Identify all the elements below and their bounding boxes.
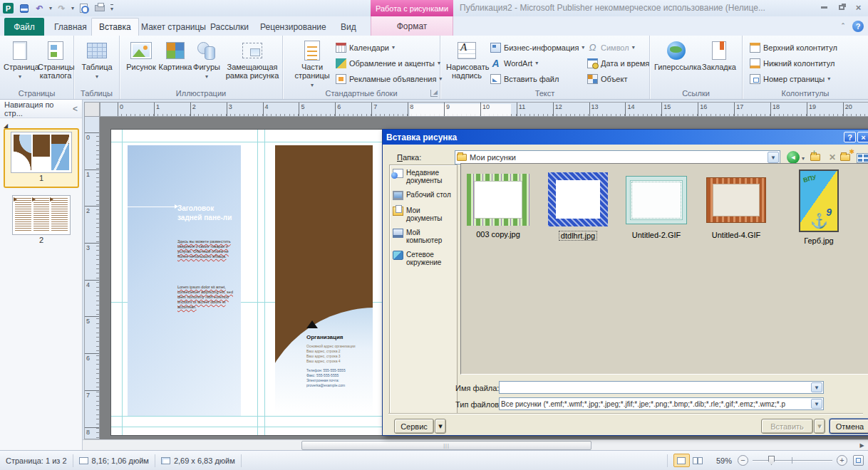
- object-icon: [587, 74, 598, 84]
- horizontal-scrollbar[interactable]: ||| ▶: [83, 439, 868, 450]
- undo-caret-icon[interactable]: ▾: [49, 6, 52, 11]
- combo-dropdown-icon[interactable]: ▼: [811, 382, 822, 392]
- tab-format[interactable]: Формат: [371, 16, 453, 36]
- tab-page-design[interactable]: Макет страницы: [134, 18, 213, 36]
- cancel-button[interactable]: Отмена: [830, 419, 868, 434]
- collapse-ribbon-icon[interactable]: ⌃: [838, 22, 848, 31]
- tab-mailings[interactable]: Рассылки: [203, 18, 256, 36]
- page-number-button[interactable]: Номер страницы▾: [750, 72, 830, 86]
- clipart-button[interactable]: Картинка: [158, 38, 192, 71]
- zoom-out-button[interactable]: −: [738, 455, 748, 466]
- print-preview-button[interactable]: [78, 2, 90, 14]
- business-info-button[interactable]: Бизнес-информация▾: [490, 41, 584, 55]
- hyperlink-button[interactable]: Гиперссылка: [654, 38, 698, 71]
- back-icon[interactable]: ◄: [787, 151, 800, 164]
- up-one-level-icon[interactable]: ↑: [810, 151, 823, 164]
- table-button[interactable]: Таблица▾: [80, 38, 114, 80]
- zoom-in-button[interactable]: +: [837, 455, 847, 466]
- tab-view[interactable]: Вид: [334, 18, 363, 36]
- collapse-pane-icon[interactable]: <: [73, 104, 78, 114]
- file-item-selected[interactable]: dtdlhrt.jpg: [541, 172, 615, 241]
- insert-file-button[interactable]: Вставить файл: [490, 72, 559, 86]
- place-recent-documents[interactable]: Недавние документы: [390, 165, 457, 187]
- combo-dropdown-icon[interactable]: ▼: [768, 152, 779, 163]
- zoom-level[interactable]: 59%: [716, 456, 732, 465]
- customize-qat-button[interactable]: ▾: [110, 4, 113, 12]
- page-parts-button[interactable]: Части страницы▾: [293, 38, 331, 88]
- page-thumbnail-1[interactable]: 1: [4, 128, 79, 188]
- scrollbar-thumb[interactable]: |||: [301, 441, 591, 450]
- advertisements-button[interactable]: Рекламные объявления▾: [336, 72, 442, 86]
- minimize-button[interactable]: [819, 3, 830, 11]
- dialog-help-button[interactable]: ?: [844, 132, 856, 142]
- restore-button[interactable]: [836, 3, 847, 11]
- file-list[interactable]: 003 copy.jpg dtdlhrt.jpg Untitled-2.GIF …: [460, 163, 868, 375]
- title-bar: P ↶▾ ↷▾ ▾ Работа с рисунками Публикация2…: [0, 0, 868, 16]
- vertical-ruler[interactable]: 012345678: [84, 117, 100, 439]
- tab-home[interactable]: Главная: [47, 18, 94, 36]
- object-button[interactable]: Объект: [587, 72, 627, 86]
- filetype-label: Тип файлов:: [455, 400, 501, 409]
- zoom-slider[interactable]: [753, 455, 832, 466]
- file-thumbnail-emblem: ВПУ ⚓ 9: [799, 169, 839, 232]
- print-button[interactable]: [93, 2, 105, 14]
- my-computer-icon: [393, 229, 403, 238]
- place-desktop[interactable]: Рабочий стол: [390, 187, 457, 203]
- network-icon: [393, 251, 403, 260]
- combo-dropdown-icon[interactable]: ▼: [811, 399, 822, 409]
- bookmark-button[interactable]: Закладка: [700, 38, 738, 71]
- scroll-right-icon[interactable]: ▶: [857, 441, 867, 450]
- close-button[interactable]: ×: [853, 3, 864, 11]
- file-item[interactable]: Untitled-2.GIF: [619, 177, 693, 239]
- place-network[interactable]: Сетевое окружение: [390, 247, 457, 269]
- help-icon[interactable]: ?: [852, 21, 864, 32]
- page-button[interactable]: Страница▾: [4, 38, 36, 80]
- dialog-title-bar[interactable]: Вставка рисунка ? ×: [383, 130, 868, 145]
- back-caret-icon[interactable]: ▾: [802, 156, 805, 162]
- brochure-front-panel[interactable]: Организация Основной адрес организации В…: [275, 145, 373, 416]
- borders-accents-button[interactable]: Обрамление и акценты▾: [336, 56, 440, 70]
- wordart-button[interactable]: AWordArt▾: [490, 56, 538, 70]
- catalog-pages-button[interactable]: Страницы каталога: [38, 38, 73, 80]
- tab-file[interactable]: Файл: [4, 18, 44, 36]
- folder-combobox[interactable]: Мои рисунки ▼: [455, 150, 780, 164]
- picture-placeholder-button[interactable]: Замещающая рамка рисунка: [224, 38, 281, 80]
- two-page-spread-button[interactable]: [690, 454, 706, 467]
- place-my-computer[interactable]: Мой компьютер: [390, 225, 457, 247]
- draw-text-box-button[interactable]: A Нарисовать надпись: [446, 38, 487, 80]
- file-item[interactable]: ВПУ ⚓ 9 Герб.jpg: [782, 169, 856, 245]
- picture-button[interactable]: Рисунок: [125, 38, 157, 71]
- dialog-close-button[interactable]: ×: [857, 132, 868, 142]
- group-illustrations: Рисунок Картинка Фигуры▾ Замещающая рамк…: [120, 36, 283, 99]
- tools-caret-button[interactable]: ▾: [435, 419, 446, 434]
- page-indicator[interactable]: Страница: 1 из 2: [6, 456, 67, 465]
- object-size[interactable]: 2,69 x 6,83 дюйм: [174, 456, 235, 465]
- file-item[interactable]: Untitled-4.GIF: [699, 177, 773, 239]
- shapes-button[interactable]: Фигуры▾: [191, 38, 222, 80]
- date-time-button[interactable]: Дата и время: [587, 56, 649, 70]
- save-button[interactable]: [18, 2, 30, 14]
- page-icon: [13, 41, 27, 60]
- calendars-button[interactable]: Календари▾: [336, 41, 395, 55]
- zoom-slider-thumb[interactable]: [768, 456, 775, 465]
- redo-button[interactable]: ↷: [56, 2, 68, 14]
- filetype-combobox[interactable]: Все рисунки (*.emf;*.wmf;*.jpg;*.jpeg;*.…: [499, 397, 824, 410]
- filename-combobox[interactable]: ▼: [499, 381, 824, 394]
- tab-insert[interactable]: Вставка: [91, 18, 139, 36]
- undo-button[interactable]: ↶: [33, 2, 46, 14]
- tools-button[interactable]: Сервис: [394, 419, 434, 434]
- place-my-documents[interactable]: Мои документы: [390, 203, 457, 225]
- fit-to-page-button[interactable]: [853, 455, 864, 466]
- footer-button[interactable]: Нижний колонтитул: [750, 56, 835, 70]
- brochure-back-panel[interactable]: Заголовок задней пане-ли Здесь вы можете…: [128, 145, 241, 416]
- object-position[interactable]: 8,16; 1,06 дюйм: [92, 456, 149, 465]
- publisher-app-icon[interactable]: P: [3, 3, 14, 14]
- new-folder-icon[interactable]: ✱: [840, 151, 853, 164]
- horizontal-ruler[interactable]: 01234567891011121314151617181920: [100, 102, 868, 117]
- file-item[interactable]: 003 copy.jpg: [461, 174, 535, 239]
- page-thumbnail-2[interactable]: 2: [9, 195, 73, 248]
- header-button[interactable]: Верхний колонтитул: [750, 41, 837, 55]
- redo-caret-icon[interactable]: ▾: [71, 6, 74, 11]
- tab-review[interactable]: Рецензирование: [253, 18, 334, 36]
- single-page-view-button[interactable]: [673, 454, 690, 467]
